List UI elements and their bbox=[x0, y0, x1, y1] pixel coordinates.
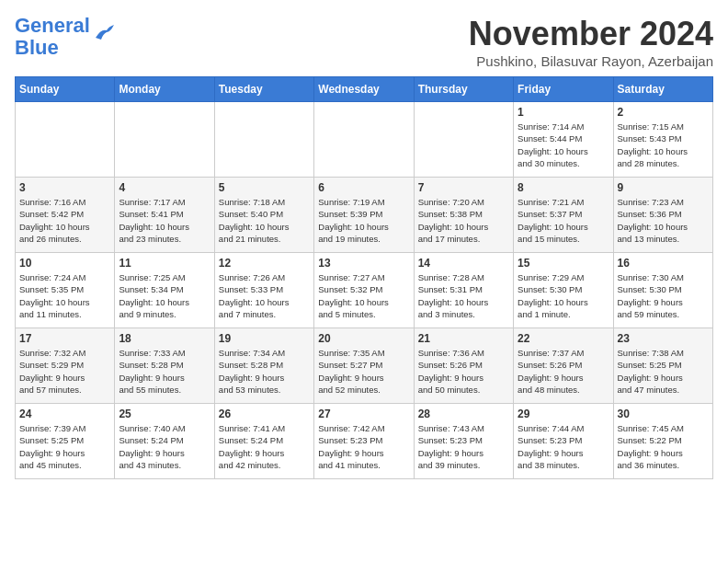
day-info: Sunrise: 7:28 AM Sunset: 5:31 PM Dayligh… bbox=[418, 271, 509, 320]
day-number: 14 bbox=[418, 257, 509, 270]
calendar-cell: 17Sunrise: 7:32 AM Sunset: 5:29 PM Dayli… bbox=[16, 328, 115, 404]
col-header-tuesday: Tuesday bbox=[214, 77, 313, 102]
day-number: 9 bbox=[618, 181, 709, 194]
day-number: 8 bbox=[518, 181, 609, 194]
day-info: Sunrise: 7:35 AM Sunset: 5:27 PM Dayligh… bbox=[318, 347, 409, 396]
calendar-cell bbox=[414, 102, 513, 178]
day-info: Sunrise: 7:43 AM Sunset: 5:23 PM Dayligh… bbox=[418, 422, 509, 471]
day-info: Sunrise: 7:16 AM Sunset: 5:42 PM Dayligh… bbox=[19, 196, 110, 245]
day-number: 4 bbox=[119, 181, 210, 194]
day-info: Sunrise: 7:30 AM Sunset: 5:30 PM Dayligh… bbox=[618, 271, 709, 320]
day-number: 24 bbox=[19, 408, 110, 420]
day-info: Sunrise: 7:41 AM Sunset: 5:24 PM Dayligh… bbox=[219, 422, 310, 471]
col-header-monday: Monday bbox=[115, 77, 214, 102]
calendar-cell: 27Sunrise: 7:42 AM Sunset: 5:23 PM Dayli… bbox=[314, 404, 414, 479]
col-header-friday: Friday bbox=[514, 77, 613, 102]
day-number: 20 bbox=[318, 332, 409, 345]
day-info: Sunrise: 7:14 AM Sunset: 5:44 PM Dayligh… bbox=[518, 121, 609, 169]
day-number: 3 bbox=[19, 181, 110, 194]
col-header-thursday: Thursday bbox=[414, 77, 513, 102]
page-header: GeneralBlue November 2024 Pushkino, Bila… bbox=[15, 15, 713, 69]
calendar-cell: 21Sunrise: 7:36 AM Sunset: 5:26 PM Dayli… bbox=[414, 328, 513, 404]
day-number: 25 bbox=[119, 408, 210, 420]
calendar-cell: 6Sunrise: 7:19 AM Sunset: 5:39 PM Daylig… bbox=[314, 178, 414, 253]
calendar-cell: 23Sunrise: 7:38 AM Sunset: 5:25 PM Dayli… bbox=[613, 328, 712, 404]
logo-bird-icon bbox=[94, 25, 114, 41]
day-info: Sunrise: 7:34 AM Sunset: 5:28 PM Dayligh… bbox=[219, 347, 310, 396]
day-info: Sunrise: 7:42 AM Sunset: 5:23 PM Dayligh… bbox=[318, 422, 409, 471]
day-info: Sunrise: 7:29 AM Sunset: 5:30 PM Dayligh… bbox=[518, 271, 609, 320]
title-block: November 2024 Pushkino, Bilasuvar Rayon,… bbox=[469, 15, 713, 69]
day-info: Sunrise: 7:23 AM Sunset: 5:36 PM Dayligh… bbox=[618, 196, 709, 245]
calendar-cell: 29Sunrise: 7:44 AM Sunset: 5:23 PM Dayli… bbox=[514, 404, 613, 479]
day-info: Sunrise: 7:39 AM Sunset: 5:25 PM Dayligh… bbox=[19, 422, 110, 471]
day-number: 16 bbox=[618, 257, 709, 270]
calendar-cell bbox=[115, 102, 214, 178]
day-info: Sunrise: 7:17 AM Sunset: 5:41 PM Dayligh… bbox=[119, 196, 210, 245]
day-info: Sunrise: 7:44 AM Sunset: 5:23 PM Dayligh… bbox=[518, 422, 609, 471]
day-number: 28 bbox=[418, 408, 509, 420]
day-info: Sunrise: 7:20 AM Sunset: 5:38 PM Dayligh… bbox=[418, 196, 509, 245]
day-info: Sunrise: 7:45 AM Sunset: 5:22 PM Dayligh… bbox=[618, 422, 709, 471]
day-number: 10 bbox=[19, 257, 110, 270]
calendar-cell: 5Sunrise: 7:18 AM Sunset: 5:40 PM Daylig… bbox=[214, 178, 313, 253]
calendar-cell: 3Sunrise: 7:16 AM Sunset: 5:42 PM Daylig… bbox=[16, 178, 115, 253]
day-info: Sunrise: 7:18 AM Sunset: 5:40 PM Dayligh… bbox=[219, 196, 310, 245]
day-number: 15 bbox=[518, 257, 609, 270]
day-number: 2 bbox=[618, 106, 709, 119]
day-number: 22 bbox=[518, 332, 609, 345]
calendar-cell bbox=[314, 102, 414, 178]
calendar-cell: 30Sunrise: 7:45 AM Sunset: 5:22 PM Dayli… bbox=[613, 404, 712, 479]
calendar-cell: 24Sunrise: 7:39 AM Sunset: 5:25 PM Dayli… bbox=[16, 404, 115, 479]
calendar-cell: 18Sunrise: 7:33 AM Sunset: 5:28 PM Dayli… bbox=[115, 328, 214, 404]
calendar-cell: 25Sunrise: 7:40 AM Sunset: 5:24 PM Dayli… bbox=[115, 404, 214, 479]
calendar-cell: 2Sunrise: 7:15 AM Sunset: 5:43 PM Daylig… bbox=[613, 102, 712, 178]
month-title: November 2024 bbox=[469, 15, 713, 53]
logo: GeneralBlue bbox=[15, 15, 114, 59]
day-number: 17 bbox=[19, 332, 110, 345]
calendar-cell: 12Sunrise: 7:26 AM Sunset: 5:33 PM Dayli… bbox=[214, 253, 313, 328]
day-info: Sunrise: 7:36 AM Sunset: 5:26 PM Dayligh… bbox=[418, 347, 509, 396]
day-number: 23 bbox=[618, 332, 709, 345]
calendar-cell: 8Sunrise: 7:21 AM Sunset: 5:37 PM Daylig… bbox=[514, 178, 613, 253]
day-info: Sunrise: 7:25 AM Sunset: 5:34 PM Dayligh… bbox=[119, 271, 210, 320]
day-info: Sunrise: 7:38 AM Sunset: 5:25 PM Dayligh… bbox=[618, 347, 709, 396]
calendar-cell: 13Sunrise: 7:27 AM Sunset: 5:32 PM Dayli… bbox=[314, 253, 414, 328]
day-info: Sunrise: 7:19 AM Sunset: 5:39 PM Dayligh… bbox=[318, 196, 409, 245]
day-number: 21 bbox=[418, 332, 509, 345]
col-header-sunday: Sunday bbox=[16, 77, 115, 102]
calendar-cell: 7Sunrise: 7:20 AM Sunset: 5:38 PM Daylig… bbox=[414, 178, 513, 253]
day-info: Sunrise: 7:21 AM Sunset: 5:37 PM Dayligh… bbox=[518, 196, 609, 245]
day-info: Sunrise: 7:26 AM Sunset: 5:33 PM Dayligh… bbox=[219, 271, 310, 320]
calendar-cell: 11Sunrise: 7:25 AM Sunset: 5:34 PM Dayli… bbox=[115, 253, 214, 328]
calendar-cell bbox=[16, 102, 115, 178]
calendar-cell: 28Sunrise: 7:43 AM Sunset: 5:23 PM Dayli… bbox=[414, 404, 513, 479]
day-number: 27 bbox=[318, 408, 409, 420]
day-number: 13 bbox=[318, 257, 409, 270]
col-header-saturday: Saturday bbox=[613, 77, 712, 102]
day-info: Sunrise: 7:32 AM Sunset: 5:29 PM Dayligh… bbox=[19, 347, 110, 396]
logo-text: GeneralBlue bbox=[15, 15, 90, 59]
calendar-cell: 9Sunrise: 7:23 AM Sunset: 5:36 PM Daylig… bbox=[613, 178, 712, 253]
calendar-table: SundayMondayTuesdayWednesdayThursdayFrid… bbox=[15, 76, 713, 479]
day-number: 12 bbox=[219, 257, 310, 270]
calendar-cell bbox=[214, 102, 313, 178]
day-number: 1 bbox=[518, 106, 609, 119]
calendar-cell: 19Sunrise: 7:34 AM Sunset: 5:28 PM Dayli… bbox=[214, 328, 313, 404]
calendar-cell: 1Sunrise: 7:14 AM Sunset: 5:44 PM Daylig… bbox=[514, 102, 613, 178]
calendar-cell: 10Sunrise: 7:24 AM Sunset: 5:35 PM Dayli… bbox=[16, 253, 115, 328]
day-number: 11 bbox=[119, 257, 210, 270]
day-number: 26 bbox=[219, 408, 310, 420]
calendar-cell: 14Sunrise: 7:28 AM Sunset: 5:31 PM Dayli… bbox=[414, 253, 513, 328]
day-info: Sunrise: 7:24 AM Sunset: 5:35 PM Dayligh… bbox=[19, 271, 110, 320]
day-number: 19 bbox=[219, 332, 310, 345]
col-header-wednesday: Wednesday bbox=[314, 77, 414, 102]
calendar-cell: 16Sunrise: 7:30 AM Sunset: 5:30 PM Dayli… bbox=[613, 253, 712, 328]
day-info: Sunrise: 7:27 AM Sunset: 5:32 PM Dayligh… bbox=[318, 271, 409, 320]
location: Pushkino, Bilasuvar Rayon, Azerbaijan bbox=[469, 53, 713, 69]
day-number: 5 bbox=[219, 181, 310, 194]
calendar-cell: 26Sunrise: 7:41 AM Sunset: 5:24 PM Dayli… bbox=[214, 404, 313, 479]
day-info: Sunrise: 7:15 AM Sunset: 5:43 PM Dayligh… bbox=[618, 121, 709, 169]
day-number: 30 bbox=[618, 408, 709, 420]
day-info: Sunrise: 7:37 AM Sunset: 5:26 PM Dayligh… bbox=[518, 347, 609, 396]
